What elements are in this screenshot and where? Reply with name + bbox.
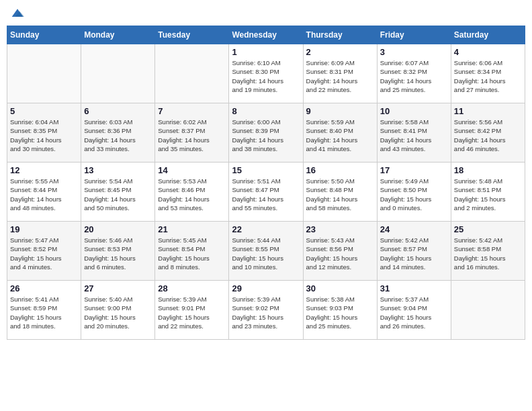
day-info: Sunrise: 6:03 AM Sunset: 8:36 PM Dayligh… <box>84 118 152 153</box>
day-info: Sunrise: 6:07 AM Sunset: 8:32 PM Dayligh… <box>380 58 448 94</box>
page-header <box>7 7 525 20</box>
day-info: Sunrise: 5:51 AM Sunset: 8:47 PM Dayligh… <box>232 177 300 212</box>
day-info: Sunrise: 5:41 AM Sunset: 8:59 PM Dayligh… <box>10 295 78 330</box>
calendar-body: 1Sunrise: 6:10 AM Sunset: 8:30 PM Daylig… <box>7 44 525 340</box>
day-number: 2 <box>306 47 374 57</box>
calendar-cell: 8Sunrise: 6:00 AM Sunset: 8:39 PM Daylig… <box>229 103 303 163</box>
weekday-header-wednesday: Wednesday <box>229 26 303 44</box>
day-info: Sunrise: 6:02 AM Sunset: 8:37 PM Dayligh… <box>158 118 226 153</box>
day-number: 20 <box>84 224 152 234</box>
week-row-4: 19Sunrise: 5:47 AM Sunset: 8:52 PM Dayli… <box>7 222 525 281</box>
day-info: Sunrise: 5:40 AM Sunset: 9:00 PM Dayligh… <box>84 295 152 330</box>
calendar-cell <box>155 44 229 103</box>
calendar-cell: 5Sunrise: 6:04 AM Sunset: 8:35 PM Daylig… <box>7 103 81 163</box>
day-info: Sunrise: 5:50 AM Sunset: 8:48 PM Dayligh… <box>306 177 374 212</box>
day-number: 30 <box>306 283 374 293</box>
day-number: 19 <box>10 224 78 234</box>
day-info: Sunrise: 5:56 AM Sunset: 8:42 PM Dayligh… <box>454 118 522 153</box>
calendar-cell: 18Sunrise: 5:48 AM Sunset: 8:51 PM Dayli… <box>451 163 525 222</box>
calendar-cell: 31Sunrise: 5:37 AM Sunset: 9:04 PM Dayli… <box>377 281 451 340</box>
logo <box>9 7 24 20</box>
day-number: 26 <box>10 283 78 293</box>
calendar-cell: 3Sunrise: 6:07 AM Sunset: 8:32 PM Daylig… <box>377 44 451 103</box>
day-number: 10 <box>380 106 448 116</box>
header-row: SundayMondayTuesdayWednesdayThursdayFrid… <box>7 26 525 44</box>
day-info: Sunrise: 6:10 AM Sunset: 8:30 PM Dayligh… <box>232 58 300 94</box>
week-row-2: 5Sunrise: 6:04 AM Sunset: 8:35 PM Daylig… <box>7 103 525 163</box>
calendar-cell: 29Sunrise: 5:39 AM Sunset: 9:02 PM Dayli… <box>229 281 303 340</box>
week-row-5: 26Sunrise: 5:41 AM Sunset: 8:59 PM Dayli… <box>7 281 525 340</box>
day-info: Sunrise: 6:06 AM Sunset: 8:34 PM Dayligh… <box>454 58 522 94</box>
day-info: Sunrise: 5:47 AM Sunset: 8:52 PM Dayligh… <box>10 236 78 271</box>
calendar-cell: 1Sunrise: 6:10 AM Sunset: 8:30 PM Daylig… <box>229 44 303 103</box>
calendar-cell: 21Sunrise: 5:45 AM Sunset: 8:54 PM Dayli… <box>155 222 229 281</box>
day-number: 18 <box>454 165 522 175</box>
calendar-cell: 9Sunrise: 5:59 AM Sunset: 8:40 PM Daylig… <box>303 103 377 163</box>
weekday-header-thursday: Thursday <box>303 26 377 44</box>
day-number: 6 <box>84 106 152 116</box>
day-number: 25 <box>454 224 522 234</box>
day-number: 5 <box>10 106 78 116</box>
day-number: 24 <box>380 224 448 234</box>
day-info: Sunrise: 5:46 AM Sunset: 8:53 PM Dayligh… <box>84 236 152 271</box>
calendar-cell <box>451 281 525 340</box>
calendar-cell: 24Sunrise: 5:42 AM Sunset: 8:57 PM Dayli… <box>377 222 451 281</box>
day-info: Sunrise: 5:39 AM Sunset: 9:02 PM Dayligh… <box>232 295 300 330</box>
calendar-header: SundayMondayTuesdayWednesdayThursdayFrid… <box>7 26 525 44</box>
day-info: Sunrise: 5:45 AM Sunset: 8:54 PM Dayligh… <box>158 236 226 271</box>
day-number: 31 <box>380 283 448 293</box>
day-info: Sunrise: 5:38 AM Sunset: 9:03 PM Dayligh… <box>306 295 374 330</box>
day-number: 29 <box>232 283 300 293</box>
day-number: 9 <box>306 106 374 116</box>
day-info: Sunrise: 5:42 AM Sunset: 8:58 PM Dayligh… <box>454 236 522 271</box>
day-number: 4 <box>454 47 522 57</box>
weekday-header-tuesday: Tuesday <box>155 26 229 44</box>
day-info: Sunrise: 6:09 AM Sunset: 8:31 PM Dayligh… <box>306 58 374 94</box>
day-info: Sunrise: 5:53 AM Sunset: 8:46 PM Dayligh… <box>158 177 226 212</box>
day-info: Sunrise: 5:49 AM Sunset: 8:50 PM Dayligh… <box>380 177 448 212</box>
calendar-cell: 6Sunrise: 6:03 AM Sunset: 8:36 PM Daylig… <box>81 103 155 163</box>
day-number: 8 <box>232 106 300 116</box>
day-info: Sunrise: 5:44 AM Sunset: 8:55 PM Dayligh… <box>232 236 300 271</box>
day-number: 21 <box>158 224 226 234</box>
day-number: 17 <box>380 165 448 175</box>
week-row-1: 1Sunrise: 6:10 AM Sunset: 8:30 PM Daylig… <box>7 44 525 103</box>
day-info: Sunrise: 5:48 AM Sunset: 8:51 PM Dayligh… <box>454 177 522 212</box>
day-number: 27 <box>84 283 152 293</box>
day-number: 14 <box>158 165 226 175</box>
day-number: 28 <box>158 283 226 293</box>
calendar-cell: 28Sunrise: 5:39 AM Sunset: 9:01 PM Dayli… <box>155 281 229 340</box>
weekday-header-sunday: Sunday <box>7 26 81 44</box>
calendar-cell <box>7 44 81 103</box>
calendar-cell: 27Sunrise: 5:40 AM Sunset: 9:00 PM Dayli… <box>81 281 155 340</box>
calendar-cell: 23Sunrise: 5:43 AM Sunset: 8:56 PM Dayli… <box>303 222 377 281</box>
day-number: 3 <box>380 47 448 57</box>
calendar-cell: 4Sunrise: 6:06 AM Sunset: 8:34 PM Daylig… <box>451 44 525 103</box>
day-number: 11 <box>454 106 522 116</box>
day-number: 13 <box>84 165 152 175</box>
weekday-header-saturday: Saturday <box>451 26 525 44</box>
day-info: Sunrise: 5:58 AM Sunset: 8:41 PM Dayligh… <box>380 118 448 153</box>
weekday-header-monday: Monday <box>81 26 155 44</box>
day-number: 15 <box>232 165 300 175</box>
calendar-cell: 14Sunrise: 5:53 AM Sunset: 8:46 PM Dayli… <box>155 163 229 222</box>
day-info: Sunrise: 5:37 AM Sunset: 9:04 PM Dayligh… <box>380 295 448 330</box>
calendar-cell: 20Sunrise: 5:46 AM Sunset: 8:53 PM Dayli… <box>81 222 155 281</box>
day-info: Sunrise: 6:04 AM Sunset: 8:35 PM Dayligh… <box>10 118 78 153</box>
calendar-cell: 30Sunrise: 5:38 AM Sunset: 9:03 PM Dayli… <box>303 281 377 340</box>
day-info: Sunrise: 6:00 AM Sunset: 8:39 PM Dayligh… <box>232 118 300 153</box>
calendar-cell: 10Sunrise: 5:58 AM Sunset: 8:41 PM Dayli… <box>377 103 451 163</box>
calendar-cell <box>81 44 155 103</box>
day-info: Sunrise: 5:43 AM Sunset: 8:56 PM Dayligh… <box>306 236 374 271</box>
day-info: Sunrise: 5:39 AM Sunset: 9:01 PM Dayligh… <box>158 295 226 330</box>
day-info: Sunrise: 5:42 AM Sunset: 8:57 PM Dayligh… <box>380 236 448 271</box>
calendar-cell: 15Sunrise: 5:51 AM Sunset: 8:47 PM Dayli… <box>229 163 303 222</box>
calendar-table: SundayMondayTuesdayWednesdayThursdayFrid… <box>7 26 525 340</box>
calendar-cell: 12Sunrise: 5:55 AM Sunset: 8:44 PM Dayli… <box>7 163 81 222</box>
day-number: 7 <box>158 106 226 116</box>
calendar-cell: 22Sunrise: 5:44 AM Sunset: 8:55 PM Dayli… <box>229 222 303 281</box>
calendar-cell: 16Sunrise: 5:50 AM Sunset: 8:48 PM Dayli… <box>303 163 377 222</box>
calendar-cell: 13Sunrise: 5:54 AM Sunset: 8:45 PM Dayli… <box>81 163 155 222</box>
calendar-cell: 7Sunrise: 6:02 AM Sunset: 8:37 PM Daylig… <box>155 103 229 163</box>
calendar-cell: 19Sunrise: 5:47 AM Sunset: 8:52 PM Dayli… <box>7 222 81 281</box>
